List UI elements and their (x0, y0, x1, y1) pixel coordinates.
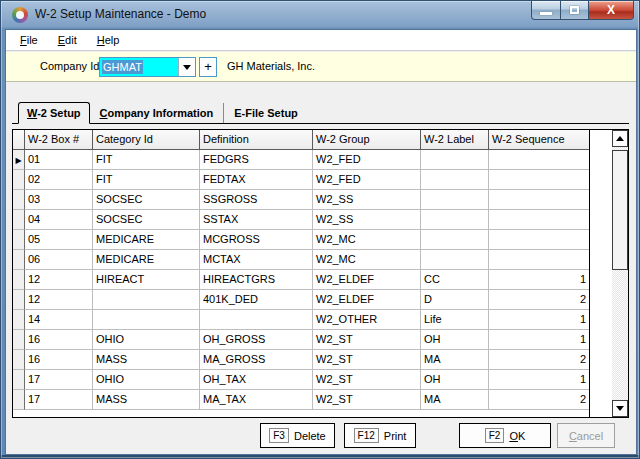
grid-cell[interactable]: MASS (93, 390, 200, 410)
grid-cell[interactable]: HIREACT (93, 270, 200, 290)
delete-button[interactable]: F3 Delete (260, 423, 335, 448)
row-selector[interactable] (13, 170, 25, 190)
minimize-button[interactable] (531, 1, 561, 20)
grid-cell[interactable]: 17 (25, 370, 93, 390)
add-company-button[interactable]: + (199, 57, 217, 77)
maximize-button[interactable] (561, 1, 589, 20)
table-row[interactable]: 17MASSMA_TAXW2_STMA2 (13, 390, 589, 410)
grid-cell[interactable]: MCTAX (200, 250, 313, 270)
grid-cell[interactable]: 17 (25, 390, 93, 410)
grid-cell[interactable]: OH (421, 330, 489, 350)
table-row[interactable]: 12HIREACTHIREACTGRSW2_ELDEFCC1 (13, 270, 589, 290)
grid-cell[interactable] (93, 310, 200, 330)
grid-cell[interactable]: W2_ELDEF (313, 290, 421, 310)
grid-cell[interactable]: OHIO (93, 330, 200, 350)
row-selector[interactable]: ▶ (13, 150, 25, 170)
grid-cell[interactable]: W2_FED (313, 150, 421, 170)
grid-cell[interactable]: FEDGRS (200, 150, 313, 170)
grid-cell[interactable]: 12 (25, 290, 93, 310)
grid-cell[interactable]: W2_ST (313, 330, 421, 350)
grid-cell[interactable]: MA (421, 390, 489, 410)
table-row[interactable]: 02FITFEDTAXW2_FED (13, 170, 589, 190)
grid-cell[interactable]: FEDTAX (200, 170, 313, 190)
column-header[interactable]: W-2 Label (421, 130, 489, 150)
grid-cell[interactable]: HIREACTGRS (200, 270, 313, 290)
row-selector[interactable] (13, 250, 25, 270)
close-button[interactable]: X (589, 1, 634, 20)
grid-cell[interactable]: 06 (25, 250, 93, 270)
grid-cell[interactable]: OHIO (93, 370, 200, 390)
grid-cell[interactable]: MASS (93, 350, 200, 370)
grid-cell[interactable]: 1 (489, 270, 589, 290)
grid-cell[interactable]: 401K_DED (200, 290, 313, 310)
vertical-scrollbar[interactable] (612, 130, 628, 417)
table-row[interactable]: 05MEDICAREMCGROSSW2_MC (13, 230, 589, 250)
row-selector[interactable] (13, 190, 25, 210)
grid-cell[interactable]: MEDICARE (93, 250, 200, 270)
grid-cell[interactable]: 2 (489, 350, 589, 370)
grid-cell[interactable]: MEDICARE (93, 230, 200, 250)
grid-cell[interactable]: W2_SS (313, 190, 421, 210)
row-selector[interactable] (13, 370, 25, 390)
grid-cell[interactable]: 2 (489, 290, 589, 310)
menu-file[interactable]: File (10, 32, 48, 48)
grid-cell[interactable]: 2 (489, 390, 589, 410)
grid-cell[interactable] (421, 170, 489, 190)
row-selector[interactable] (13, 210, 25, 230)
grid-cell[interactable]: 16 (25, 350, 93, 370)
column-header[interactable]: W-2 Group (313, 130, 421, 150)
grid-cell[interactable] (421, 190, 489, 210)
table-row[interactable]: 12401K_DEDW2_ELDEFD2 (13, 290, 589, 310)
table-row[interactable]: 16MASSMA_GROSSW2_STMA2 (13, 350, 589, 370)
row-selector[interactable] (13, 330, 25, 350)
grid-cell[interactable] (200, 310, 313, 330)
table-row[interactable]: 16OHIOOH_GROSSW2_STOH1 (13, 330, 589, 350)
grid-cell[interactable] (93, 290, 200, 310)
grid-cell[interactable]: OH (421, 370, 489, 390)
grid-cell[interactable] (421, 230, 489, 250)
grid-cell[interactable]: SSTAX (200, 210, 313, 230)
grid-cell[interactable] (489, 210, 589, 230)
grid-cell[interactable] (489, 190, 589, 210)
grid-cell[interactable]: W2_MC (313, 230, 421, 250)
grid-cell[interactable]: FIT (93, 170, 200, 190)
scrollbar-thumb[interactable] (612, 150, 628, 270)
grid-cell[interactable]: FIT (93, 150, 200, 170)
menu-help[interactable]: Help (87, 32, 130, 48)
grid-cell[interactable]: CC (421, 270, 489, 290)
grid-cell[interactable]: W2_FED (313, 170, 421, 190)
table-row[interactable]: ▶01FITFEDGRSW2_FED (13, 150, 589, 170)
grid-cell[interactable]: Life (421, 310, 489, 330)
row-selector[interactable] (13, 290, 25, 310)
menu-edit[interactable]: Edit (48, 32, 87, 48)
grid-cell[interactable]: 16 (25, 330, 93, 350)
row-selector[interactable] (13, 230, 25, 250)
grid-cell[interactable]: OH_TAX (200, 370, 313, 390)
grid-cell[interactable]: 12 (25, 270, 93, 290)
grid-cell[interactable]: SSGROSS (200, 190, 313, 210)
table-row[interactable]: 06MEDICAREMCTAXW2_MC (13, 250, 589, 270)
column-header[interactable]: W-2 Sequence (489, 130, 589, 150)
grid-cell[interactable]: W2_OTHER (313, 310, 421, 330)
grid-cell[interactable] (489, 150, 589, 170)
grid-cell[interactable]: W2_ST (313, 350, 421, 370)
grid-cell[interactable] (421, 250, 489, 270)
grid-cell[interactable]: 1 (489, 330, 589, 350)
grid-cell[interactable]: 1 (489, 310, 589, 330)
grid-cell[interactable]: SOCSEC (93, 210, 200, 230)
tab-company-information[interactable]: Company Information (92, 103, 222, 123)
grid-cell[interactable]: 01 (25, 150, 93, 170)
grid-cell[interactable] (489, 250, 589, 270)
tab-efile-setup[interactable]: E-File Setup (223, 103, 306, 123)
grid-cell[interactable]: MA (421, 350, 489, 370)
table-row[interactable]: 14W2_OTHERLife1 (13, 310, 589, 330)
grid-cell[interactable]: MCGROSS (200, 230, 313, 250)
grid-cell[interactable]: SOCSEC (93, 190, 200, 210)
table-row[interactable]: 17OHIOOH_TAXW2_STOH1 (13, 370, 589, 390)
grid-cell[interactable]: 04 (25, 210, 93, 230)
company-id-combobox[interactable]: GHMAT (99, 57, 196, 77)
grid-cell[interactable] (489, 230, 589, 250)
tab-w2-setup[interactable]: W-2 Setup (18, 102, 90, 124)
grid-cell[interactable]: D (421, 290, 489, 310)
grid-cell[interactable] (421, 210, 489, 230)
